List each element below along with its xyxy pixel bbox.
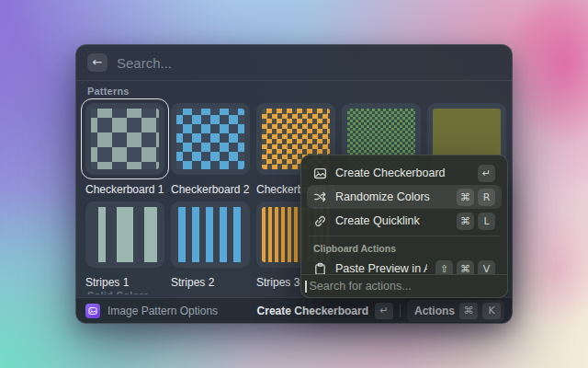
action-menu-popover: Create Checkerboard ↵ Randomize Colors ⌘… — [300, 155, 508, 298]
clipboard-icon — [313, 262, 327, 275]
stripes-2-thumbnail — [171, 201, 250, 268]
shuffle-icon — [313, 190, 327, 204]
checkerboard-2-thumbnail — [171, 103, 250, 175]
r-key-badge: R — [478, 189, 495, 206]
menu-item-label: Paste Preview in Active App — [335, 262, 427, 274]
back-button[interactable]: ← — [87, 53, 107, 72]
cmd-key-badge: ⌘ — [457, 213, 474, 230]
image-pattern-app-icon — [85, 304, 100, 318]
v-key-badge: V — [478, 260, 495, 275]
footer-app-title: Image Pattern Options — [107, 305, 250, 317]
cmd-key-badge: ⌘ — [457, 260, 474, 275]
top-search-bar: ← Search... — [76, 45, 512, 81]
menu-item-label: Create Checkerboard — [335, 167, 469, 179]
return-key-badge: ↵ — [478, 165, 495, 182]
checkerboard-1-thumbnail — [85, 103, 164, 175]
menu-item-label: Create Quicklink — [335, 214, 448, 227]
footer-primary-action-button[interactable]: Create Checkerboard — [257, 305, 368, 317]
actions-search-input[interactable]: Search for actions... — [301, 274, 507, 297]
actions-button-label: Actions — [414, 305, 455, 317]
raycast-window: ← Search... Patterns Checkerboard 1 Chec… — [75, 44, 513, 324]
tile-label: Stripes 1 — [85, 276, 164, 289]
link-icon — [313, 214, 327, 228]
tile-checkerboard-1[interactable]: Checkerboard 1 — [85, 103, 164, 196]
action-menu-list: Create Checkerboard ↵ Randomize Colors ⌘… — [307, 161, 502, 274]
footer-divider — [400, 305, 401, 317]
menu-item-create-quicklink[interactable]: Create Quicklink ⌘ L — [307, 209, 502, 233]
menu-divider — [309, 236, 500, 236]
shift-key-badge: ⇧ — [435, 260, 453, 275]
menu-item-paste-preview[interactable]: Paste Preview in Active App ⇧ ⌘ V — [307, 257, 502, 274]
tile-stripes-2[interactable]: Stripes 2 — [171, 201, 250, 289]
clipboard-actions-section-header: Clipboard Actions — [307, 240, 502, 257]
tile-checkerboard-2[interactable]: Checkerboard 2 — [171, 103, 250, 196]
return-key-badge: ↵ — [375, 303, 393, 319]
text-cursor — [305, 281, 307, 293]
patterns-section-header: Patterns — [87, 86, 130, 97]
next-section-header-clipped: Solid Colors — [87, 290, 149, 294]
cmd-key-badge: ⌘ — [459, 303, 478, 319]
tile-label: Checkerboard 2 — [171, 183, 250, 196]
tile-stripes-1[interactable]: Stripes 1 — [85, 201, 164, 289]
menu-item-randomize-colors[interactable]: Randomize Colors ⌘ R — [307, 185, 502, 209]
k-key-badge: K — [482, 303, 501, 319]
menu-item-label: Randomize Colors — [335, 190, 448, 203]
footer-bar: Image Pattern Options Create Checkerboar… — [76, 297, 512, 323]
search-input[interactable]: Search... — [117, 55, 172, 71]
cmd-key-badge: ⌘ — [457, 189, 474, 206]
tile-label: Stripes 2 — [171, 276, 250, 289]
tile-label: Checkerboard 1 — [85, 183, 164, 196]
menu-item-create-checkerboard[interactable]: Create Checkerboard ↵ — [307, 161, 502, 185]
stripes-1-thumbnail — [85, 201, 164, 268]
image-icon — [313, 167, 327, 180]
l-key-badge: L — [478, 213, 495, 230]
actions-search-placeholder: Search for actions... — [310, 280, 412, 293]
actions-button[interactable]: Actions ⌘ K — [407, 300, 504, 322]
